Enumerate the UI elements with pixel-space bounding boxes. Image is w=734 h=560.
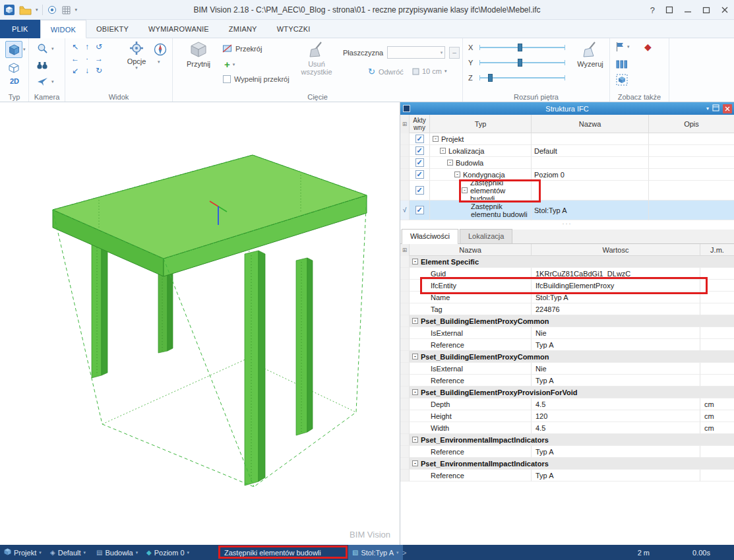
prop-row-reference[interactable]: ReferenceTyp A bbox=[400, 339, 734, 351]
fullscreen-button[interactable] bbox=[665, 6, 673, 14]
active-checkbox[interactable]: ✓ bbox=[415, 170, 424, 179]
rotate-center-button[interactable]: · bbox=[81, 53, 93, 65]
active-checkbox[interactable]: ✓ bbox=[415, 186, 424, 195]
tab-lokalizacja[interactable]: Lokalizacja bbox=[460, 229, 512, 243]
prop-column-wartosc[interactable]: Wartosc bbox=[532, 244, 700, 256]
slider-x-handle[interactable] bbox=[518, 44, 522, 51]
prop-column-nazwa[interactable]: Nazwa bbox=[410, 244, 532, 256]
prop-group-row[interactable]: -Element Specific bbox=[400, 256, 734, 268]
tree-row-kondygnacja[interactable]: ✓ -Kondygnacja Poziom 0 bbox=[400, 169, 734, 181]
tree-row-projekt[interactable]: ✓ -Projekt bbox=[400, 133, 734, 145]
panel-menu-caret-icon[interactable]: ▾ bbox=[706, 106, 709, 111]
active-checkbox[interactable]: ✓ bbox=[415, 146, 424, 155]
slider-z-handle[interactable] bbox=[488, 74, 493, 82]
status-item-default[interactable]: ◈ Default▾ bbox=[50, 545, 86, 560]
status-item-budowla[interactable]: ▤ Budowla▾ bbox=[96, 545, 138, 560]
prop-row-width[interactable]: Width4.5cm bbox=[400, 422, 734, 434]
view-wireframe-button[interactable] bbox=[7, 61, 21, 75]
prop-group-row[interactable]: -Pset_EnvironmentalImpactIndicators bbox=[400, 434, 734, 446]
prop-row-tag[interactable]: Tag224876 bbox=[400, 303, 734, 315]
rotate-down-left-button[interactable]: ↙ bbox=[69, 65, 81, 77]
open-file-caret-icon[interactable]: ▾ bbox=[36, 7, 38, 13]
prop-group-row[interactable]: -Pset_BuildingElementProxyCommon bbox=[400, 351, 734, 363]
columns-icon[interactable] bbox=[615, 58, 628, 70]
panel-splitter[interactable]: ··· bbox=[400, 220, 734, 230]
tab-widok[interactable]: WIDOK bbox=[40, 20, 86, 38]
przytnij-button[interactable]: Przytnij bbox=[181, 41, 216, 68]
rotate-right-button[interactable]: → bbox=[93, 53, 105, 65]
column-header-opis[interactable]: Opis bbox=[649, 115, 734, 133]
rotate-ccw-button[interactable]: ↺ bbox=[93, 41, 105, 53]
prop-row-height[interactable]: Height120cm bbox=[400, 410, 734, 422]
tab-wymiarowanie[interactable]: WYMIAROWANIE bbox=[138, 20, 219, 38]
prop-row-reference[interactable]: ReferenceTyp A bbox=[400, 470, 734, 482]
compare-icon[interactable]: ◆ bbox=[644, 42, 652, 51]
toolbar-caret-icon[interactable]: ▾ bbox=[75, 7, 78, 13]
odwroc-button[interactable]: ↻ Odwróć bbox=[368, 67, 404, 76]
tab-zmiany[interactable]: ZMIANY bbox=[219, 20, 267, 38]
status-item-zastepniki[interactable]: Zastępniki elementów budowli bbox=[224, 545, 321, 560]
target-icon[interactable] bbox=[47, 5, 57, 15]
prop-row-reference[interactable]: ReferenceTyp A bbox=[400, 446, 734, 458]
tree-row-budowla[interactable]: ✓ -Budowla bbox=[400, 157, 734, 169]
status-item-projekt[interactable]: Projekt▾ bbox=[4, 545, 42, 560]
active-checkbox[interactable]: ✓ bbox=[415, 135, 424, 143]
tab-wtyczki[interactable]: WTYCZKI bbox=[267, 20, 321, 38]
collapse-icon[interactable]: - bbox=[447, 160, 453, 166]
view-2d-button[interactable]: 2D bbox=[0, 77, 29, 85]
flight-camera-icon[interactable] bbox=[36, 75, 49, 88]
active-checkbox[interactable]: ✓ bbox=[415, 158, 424, 167]
flags-button[interactable]: ▾ bbox=[615, 42, 630, 52]
rotate-cw-button[interactable]: ↻ bbox=[93, 65, 105, 77]
explode-x-slider[interactable] bbox=[479, 47, 565, 48]
usun-wszystkie-button[interactable]: Usuń wszystkie bbox=[297, 41, 336, 76]
prop-group-row[interactable]: -Pset_EnvironmentalImpactIndicators bbox=[400, 458, 734, 470]
selection-box-icon[interactable] bbox=[615, 73, 628, 86]
panel-dock-icon[interactable] bbox=[712, 104, 719, 113]
rotate-up-left-button[interactable]: ↖ bbox=[69, 41, 81, 53]
tab-obiekty[interactable]: OBIEKTY bbox=[86, 20, 138, 38]
prop-group-row[interactable]: -Pset_BuildingElementProxyProvisionForVo… bbox=[400, 387, 734, 398]
status-item-stol-selected[interactable]: ▧ Stol:Typ A▾ bbox=[348, 545, 403, 560]
explode-y-slider[interactable] bbox=[479, 62, 565, 63]
tab-wlasciwosci[interactable]: Właściwości bbox=[402, 229, 458, 244]
wypelnij-checkbox[interactable]: Wypełnij przekrój bbox=[223, 75, 290, 83]
maximize-button[interactable] bbox=[702, 6, 710, 14]
explode-z-slider[interactable] bbox=[479, 77, 565, 78]
prop-row-depth[interactable]: Depth4.5cm bbox=[400, 398, 734, 410]
prop-row-guid[interactable]: Guid1KRrCuZ81CaBdGi1_DLwzC bbox=[400, 268, 734, 280]
prop-row-reference[interactable]: ReferenceTyp A bbox=[400, 375, 734, 387]
wyzeruj-button[interactable]: Wyzeruj bbox=[574, 41, 607, 68]
zoom-icon[interactable] bbox=[36, 42, 49, 55]
opcje-caret-icon[interactable]: ▾ bbox=[122, 65, 151, 71]
compass-caret-icon[interactable]: ▾ bbox=[158, 59, 160, 65]
przekroj-toggle[interactable]: Przekrój bbox=[222, 44, 262, 53]
checkbox-icon[interactable] bbox=[223, 75, 231, 83]
slider-y-handle[interactable] bbox=[518, 59, 522, 67]
column-header-typ[interactable]: Typ bbox=[430, 115, 532, 133]
opcje-button[interactable]: Opcje ▾ bbox=[122, 41, 151, 71]
prop-row-isexternal[interactable]: IsExternalNie bbox=[400, 363, 734, 375]
open-file-button[interactable] bbox=[19, 5, 32, 15]
plaszczyzna-select[interactable]: ▾ bbox=[387, 46, 445, 59]
tree-row-zastepniki[interactable]: ✓ -Zastępniki elementów budowli bbox=[400, 181, 734, 201]
status-item-poziom[interactable]: ◆ Poziom 0▾ bbox=[146, 545, 189, 560]
prop-group-row[interactable]: -Pset_BuildingElementProxyCommon bbox=[400, 315, 734, 327]
model-viewport[interactable]: BIM Vision bbox=[0, 102, 400, 545]
collapse-icon[interactable]: - bbox=[454, 171, 460, 177]
add-section-button[interactable]: + ▾ bbox=[224, 59, 235, 69]
grid-icon[interactable] bbox=[61, 5, 71, 15]
view-3d-button[interactable] bbox=[5, 41, 22, 58]
prop-row-name[interactable]: NameStol:Typ A bbox=[400, 292, 734, 303]
flight-caret-icon[interactable]: ▾ bbox=[51, 79, 54, 84]
rotate-down-button[interactable]: ↓ bbox=[81, 65, 93, 77]
compass-icon[interactable] bbox=[153, 42, 168, 57]
close-button[interactable] bbox=[721, 6, 729, 14]
prop-row-isexternal[interactable]: IsExternalNie bbox=[400, 327, 734, 339]
panel-close-button[interactable] bbox=[723, 104, 732, 113]
prop-row-ifcentity[interactable]: IfcEntityIfcBuildingElementProxy bbox=[400, 280, 734, 292]
zoom-caret-icon[interactable]: ▾ bbox=[51, 46, 54, 51]
tab-plik[interactable]: PLIK bbox=[0, 20, 40, 38]
binoculars-icon[interactable] bbox=[36, 59, 49, 72]
active-checkbox[interactable]: ✓ bbox=[415, 206, 424, 214]
